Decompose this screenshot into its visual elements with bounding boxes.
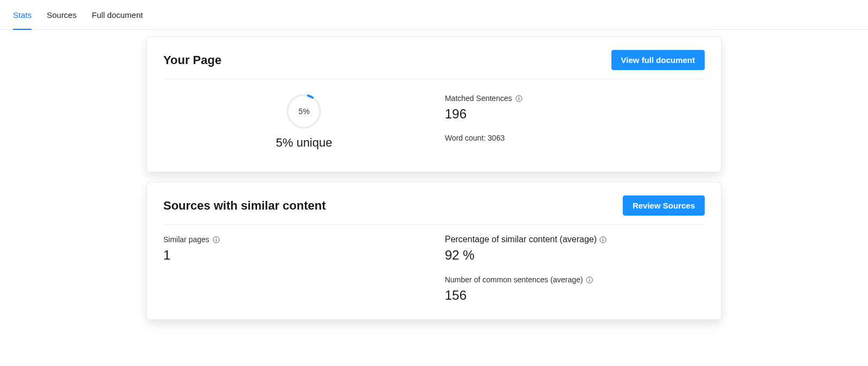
metric-label-text: Matched Sentences [445, 94, 512, 103]
similar-pages-block: Similar pages 1 [163, 235, 445, 263]
unique-gauge: 5% [285, 92, 323, 130]
svg-point-3 [518, 97, 519, 98]
tab-label: Stats [13, 10, 31, 20]
your-page-body: 5% 5% unique Matched Sentences 196 [163, 79, 705, 155]
percentage-similar-label: Percentage of similar content (average) [445, 235, 705, 244]
sources-card: Sources with similar content Review Sour… [146, 182, 722, 320]
main-content: Your Page View full document 5% 5% uniqu… [0, 30, 868, 330]
gauge-percent-label: 5% [285, 92, 323, 130]
matched-sentences-value: 196 [445, 106, 705, 122]
info-icon[interactable] [515, 95, 522, 102]
label-text: Number of common sentences (average) [445, 275, 583, 284]
view-full-document-button[interactable]: View full document [611, 50, 705, 70]
word-count-line: Word count: 3063 [445, 134, 705, 142]
sources-left: Similar pages 1 [163, 235, 445, 303]
tab-label: Full document [92, 10, 143, 20]
svg-point-12 [589, 278, 590, 279]
common-sentences-block: Number of common sentences (average) 156 [445, 275, 705, 303]
sources-right: Percentage of similar content (average) … [445, 235, 705, 303]
svg-point-6 [216, 238, 217, 239]
card-title: Sources with similar content [163, 199, 326, 213]
svg-rect-7 [216, 239, 216, 241]
tab-sources[interactable]: Sources [47, 0, 76, 29]
similar-pages-label: Similar pages [163, 235, 220, 244]
unique-gauge-column: 5% 5% unique [163, 89, 445, 155]
tabs-bar: Stats Sources Full document [0, 0, 868, 30]
tab-stats[interactable]: Stats [13, 0, 31, 29]
card-title: Your Page [163, 53, 221, 67]
matched-sentences-label: Matched Sentences [445, 94, 522, 103]
svg-rect-4 [519, 98, 519, 100]
your-page-metrics: Matched Sentences 196 Word count: 3063 [445, 89, 705, 155]
info-icon[interactable] [586, 276, 593, 283]
similar-pages-value: 1 [163, 248, 445, 263]
svg-rect-13 [589, 279, 590, 281]
percentage-similar-value: 92 % [445, 248, 705, 263]
info-icon[interactable] [213, 236, 220, 243]
review-sources-button[interactable]: Review Sources [623, 195, 705, 216]
label-text: Percentage of similar content (average) [445, 235, 597, 244]
card-header: Your Page View full document [163, 37, 705, 79]
tab-label: Sources [47, 10, 76, 20]
common-sentences-label: Number of common sentences (average) [445, 275, 593, 284]
sources-body: Similar pages 1 [163, 225, 705, 303]
card-header: Sources with similar content Review Sour… [163, 182, 705, 225]
tab-full-document[interactable]: Full document [92, 0, 143, 29]
info-icon[interactable] [599, 236, 607, 243]
label-text: Similar pages [163, 235, 209, 244]
your-page-card: Your Page View full document 5% 5% uniqu… [146, 36, 722, 172]
percentage-similar-block: Percentage of similar content (average) … [445, 235, 705, 263]
unique-line: 5% unique [276, 136, 332, 150]
common-sentences-value: 156 [445, 288, 705, 303]
svg-point-9 [602, 238, 603, 239]
svg-rect-10 [602, 239, 603, 242]
